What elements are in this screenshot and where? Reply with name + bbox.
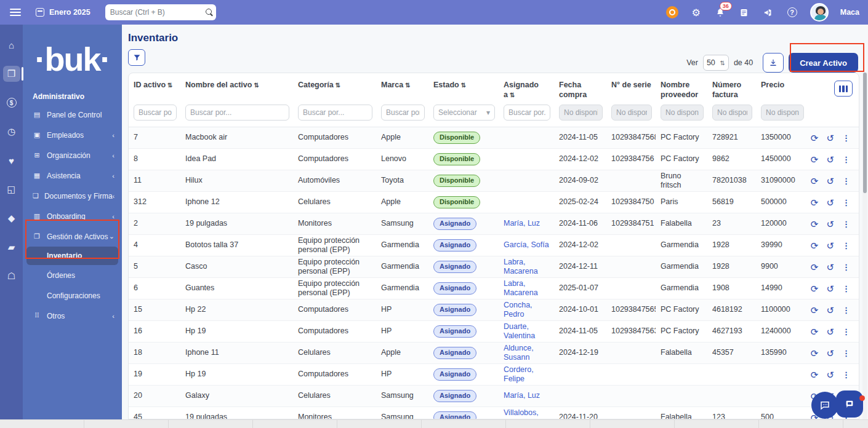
history-icon[interactable]: ↺ xyxy=(826,327,834,336)
kebab-icon[interactable]: ⋮ xyxy=(842,220,850,228)
col-header-nombre-del-activo[interactable]: Nombre del activo⇅ xyxy=(180,73,293,101)
settings-gear-icon[interactable]: ⚙ xyxy=(690,6,702,18)
filter-input-asignado-a[interactable] xyxy=(504,105,550,121)
files-icon[interactable]: ▰ xyxy=(3,239,20,255)
filter-input-nombre-del-activo[interactable] xyxy=(185,105,289,121)
global-search[interactable] xyxy=(105,4,216,20)
remunerations-icon[interactable]: $ xyxy=(3,95,20,111)
col-header-asignado-a[interactable]: Asignado a⇅ xyxy=(499,73,554,101)
sync-icon[interactable]: ⟳ xyxy=(811,306,819,315)
history-icon[interactable]: ↺ xyxy=(826,263,834,272)
assigned-person-link[interactable]: María, Luz xyxy=(504,219,540,228)
sync-icon[interactable]: ⟳ xyxy=(811,220,819,229)
col-header-categor-a[interactable]: Categoría⇅ xyxy=(293,73,376,101)
history-icon[interactable]: ↺ xyxy=(826,370,834,379)
assigned-person-link[interactable]: Labra, Macarena xyxy=(504,258,538,276)
sidebar-item-asistencia[interactable]: ▦Asistencia‹ xyxy=(23,165,122,186)
sync-icon[interactable]: ⟳ xyxy=(811,133,819,143)
history-icon[interactable]: ↺ xyxy=(826,176,834,186)
sync-icon[interactable]: ⟳ xyxy=(811,284,819,293)
assigned-person-link[interactable]: Concha, Pedro xyxy=(504,301,532,319)
sidebar-item-gesti-n-de-activos[interactable]: ❐Gestión de Activos⌄ xyxy=(23,226,122,247)
assigned-person-link[interactable]: Labra, Macarena xyxy=(504,279,538,298)
sort-icon[interactable]: ⇅ xyxy=(510,92,515,98)
user-name[interactable]: Maca xyxy=(840,8,859,17)
sidebar-item-inventario[interactable]: Inventario xyxy=(26,247,118,265)
kebab-icon[interactable]: ⋮ xyxy=(842,134,850,142)
sort-icon[interactable]: ⇅ xyxy=(167,82,172,89)
talent-icon[interactable]: ♥ xyxy=(3,153,20,168)
filter-input-marca[interactable] xyxy=(381,105,425,121)
education-icon[interactable]: ◆ xyxy=(3,210,20,226)
kebab-icon[interactable]: ⋮ xyxy=(842,263,850,271)
col-header-marca[interactable]: Marca⇅ xyxy=(376,73,428,101)
col-header-estado[interactable]: Estado⇅ xyxy=(428,73,499,101)
assigned-person-link[interactable]: María, Luz xyxy=(504,391,540,400)
sort-icon[interactable]: ⇅ xyxy=(461,82,466,89)
kebab-icon[interactable]: ⋮ xyxy=(842,328,850,336)
assigned-person-link[interactable]: Duarte, Valentina xyxy=(504,322,535,341)
page-size-select[interactable]: 50 ⇅ xyxy=(703,55,729,71)
benefits-icon[interactable]: ◱ xyxy=(3,181,20,197)
kebab-icon[interactable]: ⋮ xyxy=(842,156,850,164)
sync-icon[interactable]: ⟳ xyxy=(811,327,819,336)
sidebar-item-panel-de-control[interactable]: ▤Panel de Control xyxy=(23,105,122,125)
sort-icon[interactable]: ⇅ xyxy=(336,82,340,89)
notifications-bell-icon[interactable]: 36 xyxy=(714,6,726,18)
hamburger-menu-icon[interactable] xyxy=(10,9,21,16)
sync-icon[interactable]: ⟳ xyxy=(811,198,819,207)
assigned-person-link[interactable]: Aldunce, Susann xyxy=(504,344,534,362)
sidebar-item-organizaci-n[interactable]: ⊞Organización‹ xyxy=(23,145,122,165)
assigned-person-link[interactable]: Villalobos, Valeria xyxy=(504,408,539,419)
history-icon[interactable]: ↺ xyxy=(826,284,834,293)
search-input[interactable] xyxy=(110,8,206,17)
history-icon[interactable]: ↺ xyxy=(826,198,834,207)
asset-management-icon[interactable]: ❐ xyxy=(3,66,20,82)
sync-icon[interactable]: ⟳ xyxy=(811,349,819,358)
sort-icon[interactable]: ⇅ xyxy=(254,82,259,89)
marketplace-icon[interactable]: ☖ xyxy=(3,268,20,284)
kebab-icon[interactable]: ⋮ xyxy=(842,285,850,293)
column-settings-button[interactable] xyxy=(834,81,853,97)
history-icon[interactable]: ↺ xyxy=(826,133,834,143)
sync-icon[interactable]: ⟳ xyxy=(811,241,819,250)
kebab-icon[interactable]: ⋮ xyxy=(842,199,850,207)
help-icon[interactable]: ? xyxy=(786,6,798,18)
sync-icon[interactable]: ⟳ xyxy=(811,370,819,379)
history-icon[interactable]: ↺ xyxy=(826,241,834,250)
notes-icon[interactable] xyxy=(738,6,750,18)
kebab-icon[interactable]: ⋮ xyxy=(842,177,850,185)
sync-icon[interactable]: ⟳ xyxy=(811,176,819,186)
filter-input-categor-a[interactable] xyxy=(298,105,372,121)
history-icon[interactable]: ↺ xyxy=(826,155,834,164)
sidebar-item-documentos-y-firma[interactable]: ❏Documentos y Firma‹ xyxy=(23,186,122,206)
sidebar-item-onboarding[interactable]: ▥Onboarding‹ xyxy=(23,206,122,226)
sidebar-item--rdenes[interactable]: Órdenes xyxy=(23,265,122,285)
sidebar-item-otros[interactable]: ⠿Otros‹ xyxy=(23,306,122,326)
history-icon[interactable]: ↺ xyxy=(826,220,834,229)
support-widget-button[interactable] xyxy=(836,390,863,418)
home-icon[interactable]: ⌂ xyxy=(3,37,20,53)
recording-icon[interactable] xyxy=(666,6,678,18)
filter-select-estado[interactable]: Seleccionar▾ xyxy=(433,105,495,121)
history-icon[interactable]: ↺ xyxy=(826,306,834,315)
filter-button[interactable] xyxy=(128,49,145,66)
kebab-icon[interactable]: ⋮ xyxy=(842,306,850,314)
kebab-icon[interactable]: ⋮ xyxy=(842,371,850,379)
time-icon[interactable]: ◷ xyxy=(3,124,20,140)
create-asset-button[interactable]: Crear Activo xyxy=(789,53,858,73)
user-avatar[interactable] xyxy=(810,3,829,22)
filter-input-id-activo[interactable] xyxy=(134,105,177,121)
assigned-person-link[interactable]: Cordero, Felipe xyxy=(504,365,534,384)
download-button[interactable] xyxy=(763,53,784,73)
kebab-icon[interactable]: ⋮ xyxy=(842,349,850,357)
chat-widget-button[interactable] xyxy=(811,392,838,419)
vertical-scrollbar-thumb[interactable] xyxy=(863,73,867,193)
sync-icon[interactable]: ⟳ xyxy=(811,155,819,164)
period-selector[interactable]: Enero 2025 xyxy=(36,8,90,17)
sidebar-item-empleados[interactable]: ▣Empleados‹ xyxy=(23,125,122,145)
announcements-megaphone-icon[interactable] xyxy=(762,6,774,18)
sidebar-item-configuraciones[interactable]: Configuraciones xyxy=(23,285,122,306)
sync-icon[interactable]: ⟳ xyxy=(811,263,819,272)
sort-icon[interactable]: ⇅ xyxy=(405,82,410,89)
